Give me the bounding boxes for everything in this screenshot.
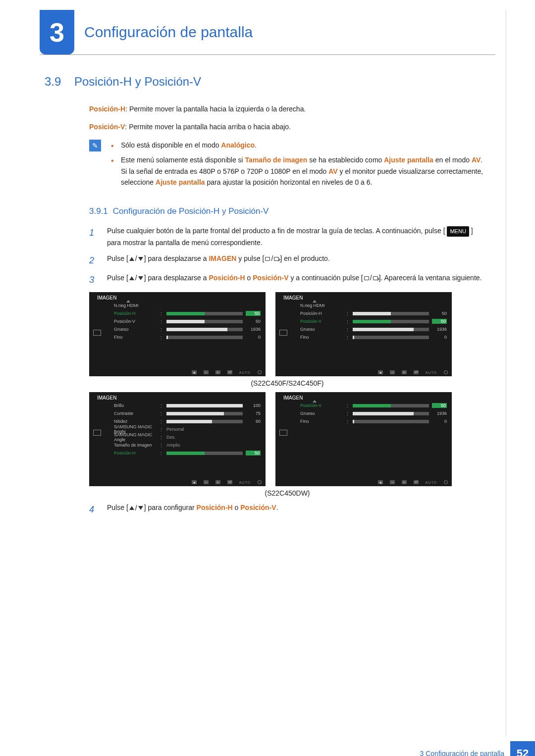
power-icon	[258, 480, 262, 484]
up-down-icon: /	[129, 272, 143, 284]
menu-category-icon	[93, 430, 101, 436]
note-item: Sólo está disponible en el modo Analógic…	[111, 140, 485, 151]
section-number: 3.9	[45, 75, 74, 89]
osd-screenshot: IMAGEN Posición-V:50 Grueso:1936 Fino:0 …	[275, 392, 452, 486]
menu-category-icon	[279, 330, 287, 336]
chapter-title: Configuración de pantalla	[84, 24, 253, 41]
osd-screenshot: IMAGEN Brillo:100 Contraste:75 Nitidez:6…	[89, 392, 266, 486]
note-item: Este menú solamente está disponible si T…	[111, 154, 485, 188]
menu-key-icon: MENU	[447, 226, 469, 237]
osd-title: IMAGEN	[94, 295, 261, 301]
up-arrow-icon	[313, 400, 317, 403]
osd-screenshot: IMAGEN N.neg HDMI Posición-H:50 Posición…	[275, 292, 452, 376]
power-icon	[258, 370, 262, 374]
osd-title: IMAGEN	[280, 295, 447, 301]
power-icon	[444, 480, 448, 484]
step: 4 Pulse [/] para configurar Posición-H o…	[89, 502, 485, 517]
menu-category-icon	[279, 430, 287, 436]
note-icon: ✎	[89, 140, 101, 151]
posicion-v-description: Posición-V: Permite mover la pantalla ha…	[89, 121, 485, 132]
chapter-number-badge: 3	[40, 10, 74, 54]
model-caption: (S22C450DW)	[89, 489, 485, 497]
up-down-icon: /	[129, 253, 143, 265]
up-arrow-icon	[313, 300, 317, 302]
select-icon: /	[265, 253, 279, 265]
footer-chapter-title: 3 Configuración de pantalla	[420, 750, 504, 756]
power-icon	[444, 370, 448, 374]
page-number: 52	[510, 741, 535, 756]
subsection-heading: 3.9.1Configuración de Posición-H y Posic…	[89, 206, 485, 216]
step: 2 Pulse [/] para desplazarse a IMAGEN y …	[89, 253, 485, 268]
chapter-header: 3 Configuración de pantalla	[40, 10, 495, 55]
step-number: 4	[89, 502, 99, 517]
step: 1 Pulse cualquier botón de la parte fron…	[89, 225, 485, 249]
step-number: 3	[89, 272, 99, 288]
up-arrow-icon	[126, 300, 130, 302]
osd-title: IMAGEN	[94, 395, 261, 401]
posicion-h-description: Posición-H: Permite mover la pantalla ha…	[89, 103, 485, 114]
step-number: 2	[89, 253, 99, 268]
note-block: ✎ Sólo está disponible en el modo Analóg…	[89, 140, 485, 192]
step: 3 Pulse [/] para desplazarse a Posición-…	[89, 272, 485, 288]
menu-category-icon	[93, 330, 101, 336]
section-heading: 3.9 Posición-H y Posición-V	[45, 75, 485, 89]
page-footer: 3 Configuración de pantalla 52	[420, 741, 535, 756]
model-caption: (S22C450F/S24C450F)	[89, 379, 485, 387]
select-icon: /	[364, 272, 378, 284]
vertical-rule	[506, 10, 506, 736]
step-number: 1	[89, 225, 99, 249]
up-down-icon: /	[129, 503, 143, 514]
section-title: Posición-H y Posición-V	[74, 75, 201, 89]
osd-title: IMAGEN	[280, 395, 447, 401]
osd-screenshot: IMAGEN N.neg HDMI Posición-H:50 Posición…	[89, 292, 266, 376]
